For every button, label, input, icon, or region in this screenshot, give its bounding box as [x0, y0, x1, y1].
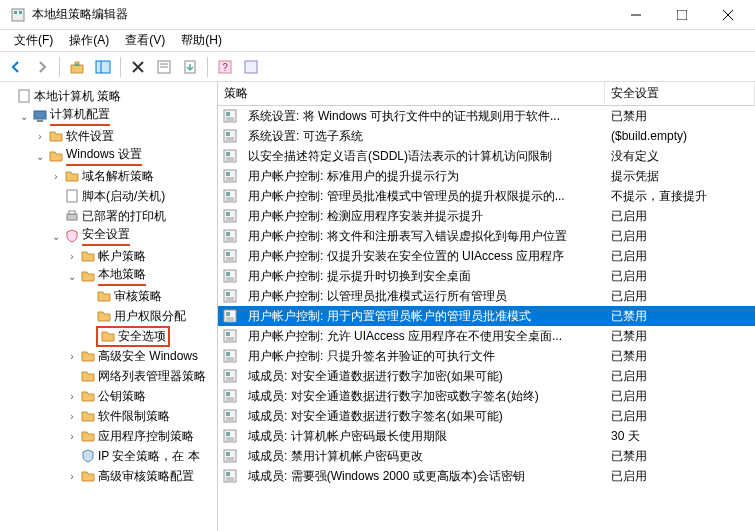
setting-cell: 已启用: [605, 208, 755, 225]
list-row[interactable]: 用户帐户控制: 允许 UIAccess 应用程序在不使用安全桌面...已禁用: [218, 326, 755, 346]
policy-cell: 系统设置: 将 Windows 可执行文件中的证书规则用于软件...: [242, 108, 605, 125]
list-row[interactable]: 域成员: 禁用计算机帐户密码更改已禁用: [218, 446, 755, 466]
collapse-icon[interactable]: ⌄: [16, 111, 32, 122]
tree-user-rights[interactable]: 用户权限分配: [80, 306, 217, 326]
list-row[interactable]: 用户帐户控制: 仅提升安装在安全位置的 UIAccess 应用程序已启用: [218, 246, 755, 266]
list-row[interactable]: 用户帐户控制: 用于内置管理员帐户的管理员批准模式已禁用: [218, 306, 755, 326]
list-row[interactable]: 用户帐户控制: 以管理员批准模式运行所有管理员已启用: [218, 286, 755, 306]
list-body[interactable]: 系统设置: 将 Windows 可执行文件中的证书规则用于软件...已禁用系统设…: [218, 106, 755, 531]
list-row[interactable]: 域成员: 需要强(Windows 2000 或更高版本)会话密钥已启用: [218, 466, 755, 486]
tree-windows-settings[interactable]: ⌄ Windows 设置: [32, 146, 217, 166]
policy-cell: 用户帐户控制: 以管理员批准模式运行所有管理员: [242, 288, 605, 305]
menu-action[interactable]: 操作(A): [61, 30, 117, 51]
tree-dns-policy[interactable]: ›域名解析策略: [48, 166, 217, 186]
policy-icon: [222, 168, 238, 184]
tree-scripts[interactable]: 脚本(启动/关机): [48, 186, 217, 206]
setting-cell: 没有定义: [605, 148, 755, 165]
policy-icon: [222, 288, 238, 304]
svg-rect-25: [226, 112, 230, 116]
collapse-icon[interactable]: ⌄: [64, 271, 80, 282]
collapse-icon[interactable]: ⌄: [32, 151, 48, 162]
list-row[interactable]: 域成员: 计算机帐户密码最长使用期限30 天: [218, 426, 755, 446]
node-label: 本地策略: [98, 266, 146, 286]
tree-root[interactable]: 本地计算机 策略: [0, 86, 217, 106]
refresh-button[interactable]: [239, 55, 263, 79]
delete-button[interactable]: [126, 55, 150, 79]
tree-printers[interactable]: 已部署的打印机: [48, 206, 217, 226]
column-header-setting[interactable]: 安全设置: [605, 82, 755, 105]
menu-file[interactable]: 文件(F): [6, 30, 61, 51]
tree-audit-policy[interactable]: 审核策略: [80, 286, 217, 306]
policy-icon: [222, 248, 238, 264]
main-area: 本地计算机 策略 ⌄ 计算机配置 › 软件设置 ⌄: [0, 82, 755, 531]
setting-cell: 提示凭据: [605, 168, 755, 185]
tree-app-control[interactable]: ›应用程序控制策略: [64, 426, 217, 446]
setting-cell: 已禁用: [605, 348, 755, 365]
tree-security-options[interactable]: 安全选项: [80, 326, 217, 346]
tree-public-key[interactable]: ›公钥策略: [64, 386, 217, 406]
list-row[interactable]: 用户帐户控制: 检测应用程序安装并提示提升已启用: [218, 206, 755, 226]
folder-icon: [80, 368, 96, 384]
policy-cell: 用户帐户控制: 允许 UIAccess 应用程序在不使用安全桌面...: [242, 328, 605, 345]
policy-cell: 用户帐户控制: 检测应用程序安装并提示提升: [242, 208, 605, 225]
computer-icon: [32, 108, 48, 124]
svg-rect-65: [226, 312, 230, 316]
list-row[interactable]: 用户帐户控制: 管理员批准模式中管理员的提升权限提示的...不提示，直接提升: [218, 186, 755, 206]
tree-local-policies[interactable]: ⌄本地策略: [64, 266, 217, 286]
tree-security-settings[interactable]: ⌄安全设置: [48, 226, 217, 246]
back-button[interactable]: [4, 55, 28, 79]
folder-icon: [96, 288, 112, 304]
menu-help[interactable]: 帮助(H): [173, 30, 230, 51]
tree-advanced-audit[interactable]: ›高级审核策略配置: [64, 466, 217, 486]
list-row[interactable]: 系统设置: 将 Windows 可执行文件中的证书规则用于软件...已禁用: [218, 106, 755, 126]
tree-network-list[interactable]: 网络列表管理器策略: [64, 366, 217, 386]
tree-computer-config[interactable]: ⌄ 计算机配置: [16, 106, 217, 126]
svg-rect-2: [19, 11, 22, 14]
tree-software-settings[interactable]: › 软件设置: [32, 126, 217, 146]
list-row[interactable]: 域成员: 对安全通道数据进行数字加密(如果可能)已启用: [218, 366, 755, 386]
properties-button[interactable]: [152, 55, 176, 79]
menubar: 文件(F) 操作(A) 查看(V) 帮助(H): [0, 30, 755, 52]
expand-icon[interactable]: ›: [32, 131, 48, 142]
policy-cell: 域成员: 计算机帐户密码最长使用期限: [242, 428, 605, 445]
policy-cell: 域成员: 对安全通道数据进行数字加密(如果可能): [242, 368, 605, 385]
column-header-policy[interactable]: 策略: [218, 82, 605, 105]
up-button[interactable]: [65, 55, 89, 79]
list-row[interactable]: 以安全描述符定义语言(SDDL)语法表示的计算机访问限制没有定义: [218, 146, 755, 166]
list-row[interactable]: 用户帐户控制: 将文件和注册表写入错误虚拟化到每用户位置已启用: [218, 226, 755, 246]
setting-cell: 已启用: [605, 288, 755, 305]
list-row[interactable]: 用户帐户控制: 提示提升时切换到安全桌面已启用: [218, 266, 755, 286]
tree-account-policies[interactable]: ›帐户策略: [64, 246, 217, 266]
policy-icon: [222, 468, 238, 484]
collapse-icon[interactable]: ⌄: [48, 231, 64, 242]
show-hide-tree-button[interactable]: [91, 55, 115, 79]
node-label: 软件限制策略: [98, 408, 170, 425]
list-row[interactable]: 域成员: 对安全通道数据进行数字签名(如果可能)已启用: [218, 406, 755, 426]
forward-button[interactable]: [30, 55, 54, 79]
svg-rect-85: [226, 412, 230, 416]
help-button[interactable]: ?: [213, 55, 237, 79]
toolbar: ?: [0, 52, 755, 82]
list-row[interactable]: 用户帐户控制: 只提升签名并验证的可执行文件已禁用: [218, 346, 755, 366]
policy-cell: 用户帐户控制: 标准用户的提升提示行为: [242, 168, 605, 185]
menu-view[interactable]: 查看(V): [117, 30, 173, 51]
tree-ip-security[interactable]: IP 安全策略，在 本: [64, 446, 217, 466]
tree-software-restriction[interactable]: ›软件限制策略: [64, 406, 217, 426]
node-label: 计算机配置: [50, 106, 110, 126]
tree-advanced-security[interactable]: ›高级安全 Windows: [64, 346, 217, 366]
close-button[interactable]: [705, 0, 751, 30]
policy-icon: [222, 188, 238, 204]
list-row[interactable]: 系统设置: 可选子系统($build.empty): [218, 126, 755, 146]
maximize-button[interactable]: [659, 0, 705, 30]
printer-icon: [64, 208, 80, 224]
node-label: 网络列表管理器策略: [98, 368, 206, 385]
svg-rect-17: [245, 61, 257, 73]
list-row[interactable]: 用户帐户控制: 标准用户的提升提示行为提示凭据: [218, 166, 755, 186]
svg-rect-49: [226, 232, 230, 236]
export-button[interactable]: [178, 55, 202, 79]
policy-icon: [222, 268, 238, 284]
tree-pane[interactable]: 本地计算机 策略 ⌄ 计算机配置 › 软件设置 ⌄: [0, 82, 218, 531]
minimize-button[interactable]: [613, 0, 659, 30]
node-label: 用户权限分配: [114, 308, 186, 325]
list-row[interactable]: 域成员: 对安全通道数据进行数字加密或数字签名(始终)已启用: [218, 386, 755, 406]
